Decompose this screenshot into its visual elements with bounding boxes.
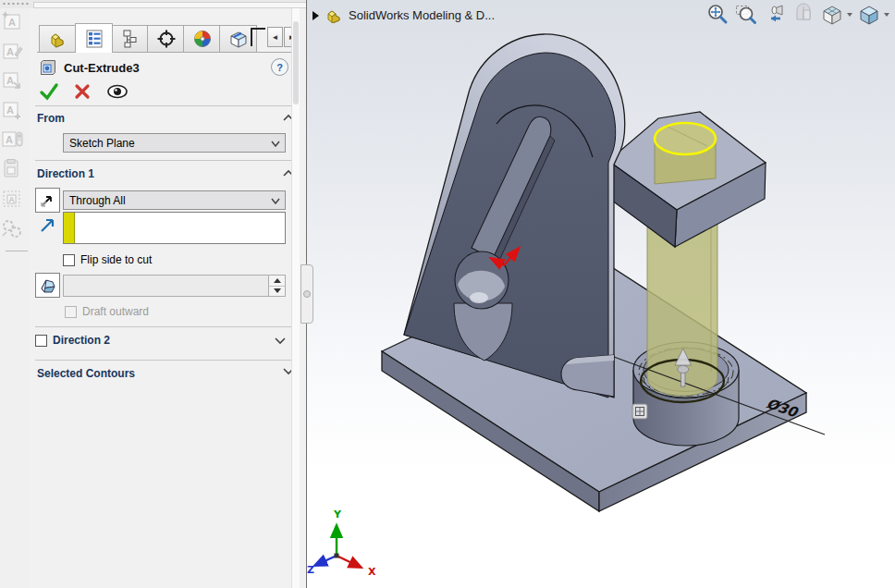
separator xyxy=(35,105,294,106)
annotation-toggle-icon[interactable]: A xyxy=(0,129,24,151)
draft-angle-input[interactable] xyxy=(63,275,286,297)
draft-outward-checkbox xyxy=(65,306,77,318)
reverse-direction-button[interactable] xyxy=(35,188,60,213)
toolbar-separator xyxy=(6,251,28,251)
annotation-new-icon[interactable]: A xyxy=(0,10,24,32)
cut-preview-stub xyxy=(655,123,716,184)
end-condition-select[interactable]: Through All xyxy=(63,190,286,210)
tab-feature-manager[interactable] xyxy=(39,25,77,52)
spin-down-icon[interactable] xyxy=(269,287,285,297)
orientation-triad: Y X Z xyxy=(307,508,376,578)
annotation-export-icon[interactable]: A xyxy=(0,69,24,92)
direction2-row[interactable]: Direction 2 xyxy=(35,334,110,347)
display-manager-icon xyxy=(192,29,213,49)
tab-property-manager[interactable] xyxy=(75,23,113,53)
direction-reference-icon xyxy=(39,215,57,234)
draft-outward-checkbox-row: Draft outward xyxy=(65,305,149,318)
annotation-select-icon[interactable]: A xyxy=(0,188,24,210)
upright-arch[interactable] xyxy=(404,34,625,398)
reverse-direction-icon xyxy=(39,191,56,209)
triad-z-label: Z xyxy=(307,564,314,576)
direction-selection-list[interactable] xyxy=(63,212,286,244)
svg-text:A: A xyxy=(8,195,15,204)
solidworks-window: A A A A A A xyxy=(0,0,895,588)
flip-side-checkbox-row[interactable]: Flip side to cut xyxy=(63,253,152,266)
separator xyxy=(35,326,294,327)
scroll-thumb[interactable] xyxy=(293,21,299,104)
annotation-toolbar: A A A A A A xyxy=(0,8,30,588)
annotation-add-icon[interactable]: A xyxy=(0,99,24,121)
property-manager-panel: ◄ ► Cut-Extrude3 ? From Sketch Plane Di xyxy=(30,8,306,588)
tab-corner-glyph xyxy=(251,28,265,46)
from-plane-select[interactable]: Sketch Plane xyxy=(63,133,286,153)
part-tree-icon xyxy=(48,30,68,48)
cam-manager-icon xyxy=(228,29,249,49)
annotation-gears-icon[interactable] xyxy=(0,217,24,239)
section-from-header[interactable]: From xyxy=(37,112,294,127)
separator xyxy=(35,160,294,161)
chevron-down-icon xyxy=(271,198,280,204)
configuration-manager-icon xyxy=(120,29,141,49)
section-selected-contours-header[interactable]: Selected Contours xyxy=(37,367,294,382)
manager-tab-bar: ◄ ► xyxy=(37,23,300,53)
tab-scroll-left-button[interactable]: ◄ xyxy=(267,27,283,47)
cancel-button[interactable] xyxy=(74,83,91,100)
draft-button[interactable] xyxy=(35,273,60,298)
triad-x-label: X xyxy=(368,566,376,578)
chevron-down-icon[interactable] xyxy=(275,337,286,345)
annotation-edit-icon[interactable]: A xyxy=(0,40,24,62)
flip-side-checkbox[interactable] xyxy=(63,254,75,266)
separator xyxy=(35,360,294,361)
spinner-buttons[interactable] xyxy=(268,276,285,296)
sketch-badge-icon xyxy=(632,404,647,419)
panel-scrollbar[interactable] xyxy=(291,8,300,588)
active-selection-stripe xyxy=(64,213,75,243)
annotation-save-icon[interactable] xyxy=(0,158,24,180)
dimxpert-manager-icon xyxy=(156,29,177,49)
confirm-bar xyxy=(39,82,129,101)
model-3d-view[interactable]: Ø30 xyxy=(307,0,895,588)
svg-text:A: A xyxy=(6,75,14,86)
property-manager-icon xyxy=(84,29,104,49)
draft-icon xyxy=(39,276,57,295)
direction2-checkbox[interactable] xyxy=(35,335,47,347)
chevron-down-icon xyxy=(271,141,280,147)
panel-splitter-tab[interactable] xyxy=(300,264,313,324)
help-button[interactable]: ? xyxy=(271,58,288,76)
toolbar-grip[interactable] xyxy=(2,2,30,6)
feature-title: Cut-Extrude3 xyxy=(64,61,140,75)
svg-text:A: A xyxy=(6,104,14,116)
ok-button[interactable] xyxy=(39,82,59,101)
tab-configuration-manager[interactable] xyxy=(111,25,149,52)
tab-dimxpert-manager[interactable] xyxy=(147,25,185,52)
preview-eye-button[interactable] xyxy=(105,84,129,99)
feature-title-row: Cut-Extrude3 xyxy=(39,59,140,77)
svg-text:A: A xyxy=(8,17,16,28)
svg-text:A: A xyxy=(6,134,13,145)
graphics-viewport[interactable]: SolidWorks Modeling & D... xyxy=(307,0,895,588)
spin-up-icon[interactable] xyxy=(269,276,285,287)
triad-y-label: Y xyxy=(333,508,342,521)
section-direction1-header[interactable]: Direction 1 xyxy=(37,167,294,182)
tab-display-manager[interactable] xyxy=(183,25,221,52)
cut-extrude-icon xyxy=(39,59,56,77)
svg-text:A: A xyxy=(6,46,14,57)
